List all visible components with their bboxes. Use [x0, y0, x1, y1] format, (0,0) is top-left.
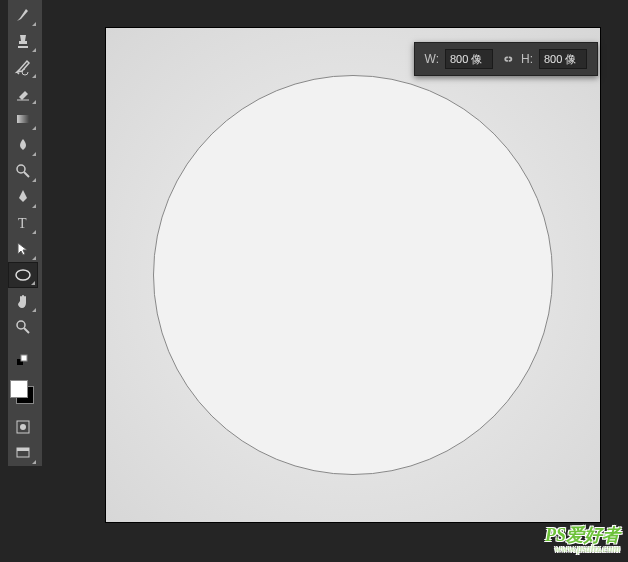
transform-dimensions-box: W: H:: [414, 42, 598, 76]
tool-panel: T: [8, 0, 42, 466]
watermark: PS爱好者 www.psahz.com: [545, 523, 620, 554]
watermark-url: www.psahz.com: [545, 543, 620, 554]
svg-rect-10: [17, 448, 29, 451]
screen-mode-tool[interactable]: [8, 440, 38, 466]
pen-tool[interactable]: [8, 184, 38, 210]
path-selection-tool[interactable]: [8, 236, 38, 262]
watermark-text: PS爱好者: [545, 525, 620, 545]
width-input[interactable]: [445, 49, 493, 69]
artboard[interactable]: [106, 28, 600, 522]
zoom-tool[interactable]: [8, 314, 38, 340]
type-tool[interactable]: T: [8, 210, 38, 236]
hand-tool[interactable]: [8, 288, 38, 314]
svg-point-8: [20, 424, 26, 430]
canvas-area: W: H:: [46, 0, 628, 562]
history-brush-tool[interactable]: [8, 54, 38, 80]
default-colors-icon[interactable]: [8, 348, 38, 374]
eraser-tool[interactable]: [8, 80, 38, 106]
brush-tool[interactable]: [8, 2, 38, 28]
foreground-color-swatch[interactable]: [10, 380, 28, 398]
svg-text:T: T: [18, 216, 27, 231]
svg-rect-0: [17, 115, 29, 123]
svg-point-4: [17, 321, 25, 329]
height-input[interactable]: [539, 49, 587, 69]
gradient-tool[interactable]: [8, 106, 38, 132]
svg-rect-6: [21, 355, 27, 361]
width-label: W:: [425, 52, 439, 66]
dodge-tool[interactable]: [8, 158, 38, 184]
height-label: H:: [521, 52, 533, 66]
link-icon[interactable]: [499, 51, 515, 67]
stamp-tool[interactable]: [8, 28, 38, 54]
quick-mask-tool[interactable]: [8, 414, 38, 440]
color-swatches[interactable]: [8, 378, 38, 408]
blur-tool[interactable]: [8, 132, 38, 158]
ellipse-shape[interactable]: [153, 75, 553, 475]
svg-point-3: [16, 270, 30, 280]
svg-point-1: [17, 165, 25, 173]
ellipse-tool[interactable]: [8, 262, 38, 288]
